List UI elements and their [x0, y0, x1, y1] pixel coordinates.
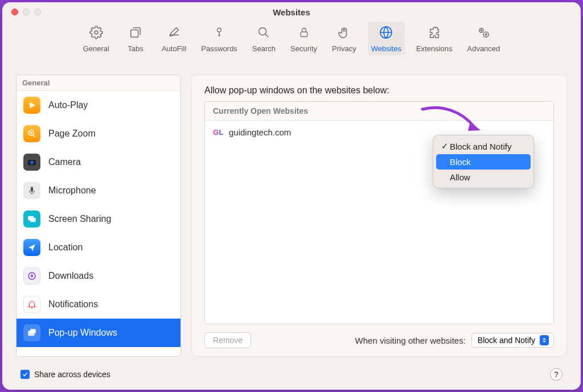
sidebar-section-header: General [17, 75, 180, 91]
websites-preferences-window: Websites General Tabs AutoFill Passwords… [2, 2, 581, 390]
screens-icon [23, 211, 40, 228]
svg-rect-1 [131, 30, 138, 37]
sidebar-item-autoplay[interactable]: Auto-Play [17, 91, 180, 119]
sidebar-item-microphone[interactable]: Microphone [17, 176, 180, 205]
svg-rect-20 [30, 329, 36, 333]
main-title: Allow pop-up windows on the websites bel… [204, 85, 554, 96]
sidebar-item-camera[interactable]: Camera [17, 148, 180, 176]
menu-item-allow[interactable]: Allow [436, 170, 531, 185]
svg-point-7 [483, 32, 488, 37]
svg-point-2 [217, 28, 221, 32]
toolbar-label: Advanced [467, 44, 500, 53]
svg-point-3 [259, 28, 266, 35]
titlebar[interactable]: Websites [2, 2, 581, 22]
toolbar-item-extensions[interactable]: Extensions [416, 24, 453, 55]
gear-icon [85, 24, 108, 41]
toolbar-label: General [83, 44, 109, 53]
close-window-button[interactable] [11, 9, 18, 15]
sidebar-item-downloads[interactable]: Downloads [17, 262, 180, 290]
svg-rect-16 [30, 218, 36, 222]
share-across-devices-checkbox[interactable] [20, 370, 30, 379]
puzzle-icon [423, 24, 446, 41]
toolbar-label: Security [290, 44, 317, 53]
minimize-window-button[interactable] [23, 9, 30, 15]
svg-point-18 [31, 307, 32, 308]
pencil-icon [163, 24, 186, 41]
sidebar-item-label: Page Zoom [48, 129, 96, 139]
sites-list-header: Currently Open Websites [205, 102, 553, 121]
globe-icon [375, 24, 397, 41]
svg-marker-10 [30, 102, 35, 109]
toolbar-item-autofill[interactable]: AutoFill [162, 24, 186, 55]
other-websites-label: When visiting other websites: [355, 336, 466, 345]
toolbar-item-tabs[interactable]: Tabs [124, 24, 147, 55]
download-icon [23, 267, 40, 284]
sidebar-item-label: Notifications [48, 299, 98, 310]
sidebar-item-label: Camera [48, 157, 81, 167]
dropdown-value: Block and Notify [478, 336, 535, 345]
search-icon [252, 24, 275, 41]
maximize-window-button[interactable] [34, 9, 41, 15]
toolbar-item-general[interactable]: General [83, 24, 109, 55]
toolbar-item-advanced[interactable]: Advanced [467, 24, 500, 55]
site-domain: guidingtech.com [229, 127, 291, 137]
zoom-icon [23, 125, 40, 142]
sidebar-item-label: Pop-up Windows [48, 328, 117, 338]
key-icon [208, 24, 231, 41]
sidebar-item-label: Downloads [48, 271, 93, 281]
svg-point-8 [486, 34, 487, 35]
menu-item-block[interactable]: Block [436, 154, 531, 170]
toolbar-label: Privacy [332, 44, 356, 53]
toolbar-item-privacy[interactable]: Privacy [332, 24, 356, 55]
toolbar-label: AutoFill [162, 44, 186, 53]
toolbar-label: Websites [371, 44, 401, 53]
site-favicon: GL [213, 129, 223, 137]
svg-rect-14 [31, 187, 34, 192]
svg-point-6 [479, 28, 483, 32]
share-across-devices-label: Share across devices [34, 370, 110, 379]
svg-point-0 [95, 31, 98, 34]
menu-item-block-and-notify[interactable]: ✓ Block and Notify [436, 138, 531, 154]
sidebar-item-pagezoom[interactable]: Page Zoom [17, 119, 180, 148]
toolbar-label: Search [252, 44, 276, 53]
window-title: Websites [2, 7, 581, 17]
chevron-up-down-icon [540, 335, 549, 345]
sidebar-item-popupwindows[interactable]: Pop-up Windows [17, 319, 180, 347]
sidebar-item-label: Screen Sharing [48, 214, 111, 224]
svg-point-9 [481, 30, 482, 31]
settings-sidebar: General Auto-Play Page Zoom Camera Micro… [16, 75, 181, 357]
hand-icon [332, 24, 355, 41]
gears-icon [472, 24, 495, 41]
toolbar-item-search[interactable]: Search [252, 24, 276, 55]
content-pane: General Auto-Play Page Zoom Camera Micro… [2, 63, 581, 361]
tabs-icon [124, 24, 147, 41]
toolbar-item-security[interactable]: Security [290, 24, 317, 55]
other-websites-dropdown[interactable]: Block and Notify [471, 333, 554, 348]
camera-icon [23, 154, 40, 171]
toolbar-label: Tabs [128, 44, 143, 53]
toolbar-item-websites[interactable]: Websites [368, 22, 405, 55]
preferences-toolbar: General Tabs AutoFill Passwords Search S… [2, 22, 581, 63]
sidebar-item-label: Microphone [48, 185, 96, 196]
toolbar-label: Extensions [416, 44, 453, 53]
check-icon: ✓ [440, 141, 450, 151]
remove-button[interactable]: Remove [204, 332, 251, 348]
lock-icon [293, 24, 315, 41]
microphone-icon [23, 182, 40, 199]
menu-item-label: Block and Notify [450, 142, 511, 151]
sidebar-item-screensharing[interactable]: Screen Sharing [17, 205, 180, 233]
popup-window-icon [23, 324, 40, 341]
popup-policy-menu[interactable]: ✓ Block and Notify Block Allow [433, 135, 534, 188]
window-bottom-bar: Share across devices ? [2, 361, 581, 390]
menu-item-label: Block [450, 157, 471, 167]
sidebar-item-location[interactable]: Location [17, 233, 180, 262]
menu-item-label: Allow [450, 172, 470, 182]
sidebar-item-notifications[interactable]: Notifications [17, 290, 180, 319]
bell-icon [23, 296, 40, 313]
main-footer: Remove When visiting other websites: Blo… [204, 324, 554, 348]
play-icon [23, 97, 40, 114]
toolbar-item-passwords[interactable]: Passwords [201, 24, 237, 55]
sites-listbox: Currently Open Websites GL guidingtech.c… [204, 101, 554, 324]
sidebar-list[interactable]: Auto-Play Page Zoom Camera Microphone Sc… [17, 91, 180, 356]
help-button[interactable]: ? [550, 368, 563, 381]
